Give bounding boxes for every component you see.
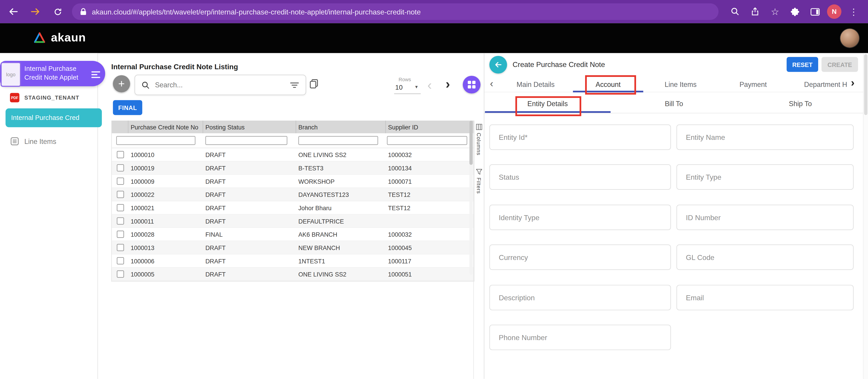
- row-checkbox[interactable]: [117, 217, 124, 225]
- row-checkbox[interactable]: [117, 244, 124, 251]
- table-row[interactable]: 1000010 DRAFT ONE LIVING SS2 1000032: [112, 148, 474, 162]
- zoom-icon[interactable]: [727, 4, 743, 19]
- add-record-button[interactable]: +: [113, 75, 130, 92]
- grid-icon: [468, 81, 475, 89]
- row-checkbox[interactable]: [117, 151, 124, 158]
- table-row[interactable]: 1000006 DRAFT 1NTEST1 1000117: [112, 254, 474, 268]
- row-checkbox[interactable]: [117, 257, 124, 265]
- id-number-field[interactable]: ID Number: [676, 205, 854, 230]
- final-filter-button[interactable]: FINAL: [113, 100, 143, 115]
- url-text: akaun.cloud/#/applets/tnt/wavelet/erp/in…: [92, 7, 421, 16]
- header-checkbox-spacer: [112, 120, 128, 133]
- next-page-button[interactable]: ›: [446, 76, 450, 92]
- listing-title: Internal Purchase Credit Note Listing: [111, 63, 238, 71]
- tabs-scroll-right[interactable]: ›: [851, 76, 855, 89]
- applet-chip-line2: Credit Note Applet: [25, 73, 79, 82]
- row-checkbox[interactable]: [117, 231, 124, 238]
- description-field[interactable]: Description: [489, 285, 671, 310]
- cell-credit-note-no: 1000005: [128, 271, 203, 277]
- address-bar[interactable]: akaun.cloud/#/applets/tnt/wavelet/erp/in…: [72, 3, 718, 20]
- tab-payment[interactable]: Payment: [717, 77, 789, 92]
- table-row[interactable]: 1000005 DRAFT ONE LIVING SS2 1000051: [112, 268, 474, 281]
- previous-page-button[interactable]: ‹: [427, 77, 432, 93]
- gl-code-field[interactable]: GL Code: [676, 244, 854, 270]
- cell-posting-status: DRAFT: [203, 191, 296, 198]
- cell-supplier-id: 1000134: [386, 165, 474, 171]
- menu-dots-icon[interactable]: ⋮: [846, 4, 861, 19]
- chevron-down-icon[interactable]: ▾: [415, 84, 417, 90]
- row-checkbox[interactable]: [117, 164, 124, 172]
- browser-profile-avatar[interactable]: N: [827, 4, 841, 19]
- row-checkbox[interactable]: [117, 270, 124, 278]
- view-grid-button[interactable]: [463, 76, 480, 94]
- table-row[interactable]: 1000021 DRAFT Johor Bharu TEST12: [112, 201, 474, 215]
- header-credit-note-no[interactable]: Purchase Credit Note No: [128, 120, 203, 133]
- subtab-bill-to[interactable]: Bill To: [611, 96, 737, 111]
- tenant-row[interactable]: PDF STAGING_TENANT: [10, 93, 79, 103]
- subtab-ship-to[interactable]: Ship To: [737, 96, 864, 111]
- header-posting-status[interactable]: Posting Status: [203, 120, 296, 133]
- table-row[interactable]: 1000019 DRAFT B-TEST3 1000134: [112, 162, 474, 175]
- bookmark-star-icon[interactable]: ☆: [767, 4, 783, 19]
- browser-forward-button[interactable]: [28, 4, 43, 19]
- currency-field[interactable]: Currency: [489, 244, 671, 270]
- tab-department[interactable]: Department H: [789, 77, 849, 92]
- table-scrollbar[interactable]: [469, 120, 473, 275]
- sidebar-item-internal-purchase-credit-note[interactable]: Internal Purchase Cred: [5, 108, 102, 127]
- sidebar-item-line-items[interactable]: Line Items: [10, 137, 56, 145]
- tab-main-details[interactable]: Main Details: [499, 77, 572, 92]
- entity-type-field[interactable]: Entity Type: [676, 164, 854, 190]
- credit-note-table: Purchase Credit Note No Posting Status B…: [111, 120, 474, 281]
- email-field[interactable]: Email: [676, 285, 854, 310]
- table-filter-row: [112, 133, 474, 148]
- phone-number-field[interactable]: Phone Number: [489, 325, 671, 350]
- entity-name-field[interactable]: Entity Name: [676, 125, 854, 150]
- akaun-logo[interactable]: akaun: [33, 31, 86, 44]
- row-checkbox[interactable]: [117, 178, 124, 185]
- filters-panel-toggle[interactable]: Filters: [476, 178, 482, 194]
- tab-line-items[interactable]: Line Items: [644, 77, 717, 92]
- browser-reload-button[interactable]: [50, 4, 65, 19]
- cell-branch: ONE LIVING SS2: [296, 151, 386, 158]
- share-icon[interactable]: [747, 4, 763, 19]
- applet-menu-icon[interactable]: [91, 70, 100, 80]
- rows-per-page-select[interactable]: 10: [395, 83, 403, 91]
- side-panel-icon[interactable]: [807, 4, 823, 19]
- row-checkbox[interactable]: [117, 191, 124, 198]
- create-button[interactable]: CREATE: [822, 57, 858, 72]
- user-avatar[interactable]: [840, 29, 859, 47]
- page-scrollbar[interactable]: [863, 53, 868, 379]
- table-row[interactable]: 1000022 DRAFT DAYANGTEST123 TEST12: [112, 188, 474, 201]
- table-row[interactable]: 1000011 DRAFT DEFAULTPRICE: [112, 214, 474, 228]
- cell-posting-status: DRAFT: [203, 257, 296, 264]
- filter-input-posting-status[interactable]: [206, 136, 287, 145]
- filter-input-branch[interactable]: [299, 136, 378, 145]
- lock-icon: [80, 8, 87, 15]
- filter-input-supplier-id[interactable]: [387, 136, 467, 145]
- identity-type-field[interactable]: Identity Type: [489, 205, 671, 230]
- search-box: [134, 75, 306, 95]
- table-row[interactable]: 1000009 DRAFT WORKSHOP 1000071: [112, 175, 474, 188]
- entity-id-field[interactable]: Entity Id*: [489, 125, 671, 150]
- header-branch[interactable]: Branch: [296, 120, 386, 133]
- columns-panel-toggle[interactable]: Columns: [476, 133, 482, 156]
- table-row[interactable]: 1000013 DRAFT NEW BRANCH 1000045: [112, 241, 474, 254]
- reset-button[interactable]: RESET: [787, 57, 818, 72]
- cell-supplier-id: 1000051: [386, 271, 474, 277]
- search-input[interactable]: [154, 80, 286, 90]
- row-checkbox[interactable]: [117, 204, 124, 211]
- table-row[interactable]: 1000028 FINAL AK6 BRANCH 1000032: [112, 228, 474, 241]
- cell-branch: ONE LIVING SS2: [296, 271, 386, 277]
- filter-list-icon[interactable]: [290, 82, 299, 88]
- filter-input-credit-note-no[interactable]: [116, 136, 195, 145]
- extensions-puzzle-icon[interactable]: [787, 4, 803, 19]
- cell-branch: WORKSHOP: [296, 178, 386, 184]
- tabs-scroll-left[interactable]: ‹: [490, 78, 493, 90]
- browser-back-button[interactable]: [5, 4, 21, 19]
- back-button[interactable]: [489, 56, 507, 73]
- cell-supplier-id: 1000071: [386, 178, 474, 184]
- duplicate-icon[interactable]: [309, 78, 319, 91]
- header-supplier-id[interactable]: Supplier ID: [386, 120, 474, 133]
- cell-credit-note-no: 1000022: [128, 191, 203, 198]
- status-field[interactable]: Status: [489, 164, 671, 190]
